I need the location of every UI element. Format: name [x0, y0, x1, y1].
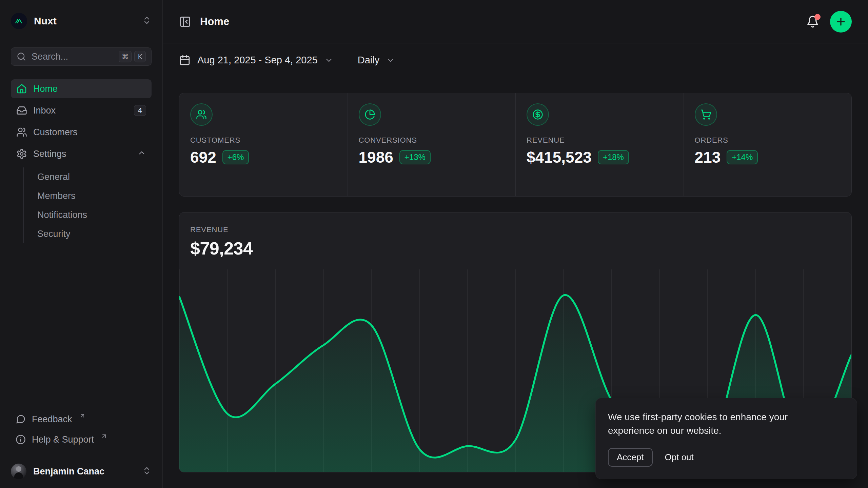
sidebar-item-label: Inbox [33, 105, 56, 116]
search-input[interactable]: Search... ⌘ K [11, 47, 152, 66]
stat-orders: ORDERS 213 +14% [684, 93, 852, 196]
search-placeholder: Search... [32, 52, 68, 62]
granularity-value: Daily [358, 55, 379, 66]
date-range-picker[interactable]: Aug 21, 2025 - Sep 4, 2025 [179, 55, 333, 66]
pie-chart-icon [359, 103, 381, 126]
shopping-cart-icon [695, 103, 717, 126]
add-button[interactable] [830, 11, 852, 33]
workspace-switcher[interactable]: Nuxt [11, 10, 152, 32]
plus-icon [835, 16, 847, 27]
granularity-select[interactable]: Daily [358, 55, 395, 66]
stat-change-badge: +13% [399, 150, 431, 164]
cookie-banner: We use first-party cookies to enhance yo… [595, 398, 857, 479]
stat-change-badge: +6% [222, 150, 249, 164]
footer-link-label: Feedback [32, 414, 72, 425]
stat-value: $415,523 [527, 148, 592, 166]
arrow-up-right-icon [79, 411, 86, 422]
help-support-link[interactable]: Help & Support [11, 429, 152, 450]
avatar [11, 464, 26, 479]
circle-dollar-icon [527, 103, 549, 126]
cookie-message: We use first-party cookies to enhance yo… [608, 410, 800, 438]
message-circle-icon [16, 414, 26, 424]
sidebar-item-security[interactable]: Security [24, 224, 152, 243]
notification-dot [814, 14, 821, 20]
revenue-chart-label: REVENUE [190, 225, 841, 234]
sidebar-item-label: Settings [33, 149, 66, 159]
opt-out-button[interactable]: Opt out [665, 452, 694, 463]
page-title: Home [200, 16, 229, 28]
gear-icon [16, 148, 27, 159]
stat-revenue: REVENUE $415,523 +18% [515, 93, 684, 196]
info-icon [16, 434, 26, 445]
users-icon [190, 103, 213, 126]
arrow-up-right-icon [101, 431, 107, 442]
stat-label: REVENUE [527, 136, 565, 145]
settings-subnav: General Members Notifications Security [23, 167, 152, 243]
sidebar-item-settings[interactable]: Settings [11, 144, 152, 163]
sidebar: Nuxt Search... ⌘ K [0, 0, 163, 488]
calendar-icon [179, 55, 191, 66]
top-bar-actions [806, 11, 852, 33]
stat-label: ORDERS [695, 136, 728, 145]
chevrons-up-down-icon [142, 466, 152, 477]
cookie-actions: Accept Opt out [608, 448, 845, 467]
nuxt-logo-icon [11, 13, 27, 29]
stat-label: CONVERSIONS [359, 136, 417, 145]
stat-customers: CUSTOMERS 692 +6% [179, 93, 348, 196]
stats-row: CUSTOMERS 692 +6% CONVERSIONS 1986 [179, 93, 852, 197]
stat-change-badge: +18% [598, 150, 629, 164]
chevrons-up-down-icon [142, 16, 152, 26]
filters-toolbar: Aug 21, 2025 - Sep 4, 2025 Daily [163, 43, 868, 77]
revenue-chart-header: REVENUE $79,234 [179, 212, 851, 259]
sidebar-item-members[interactable]: Members [24, 186, 152, 205]
sidebar-item-inbox[interactable]: Inbox 4 [11, 101, 152, 120]
sidebar-item-general[interactable]: General [24, 167, 152, 186]
inbox-icon [16, 105, 27, 116]
revenue-chart-total: $79,234 [190, 238, 841, 259]
sidebar-nav: Home Inbox 4 Customers [11, 79, 152, 243]
kbd-k: K [134, 51, 146, 62]
stat-change-badge: +14% [727, 150, 758, 164]
stat-conversions: CONVERSIONS 1986 +13% [348, 93, 516, 196]
footer-link-label: Help & Support [32, 434, 94, 445]
feedback-link[interactable]: Feedback [11, 409, 152, 429]
stat-value: 692 [190, 148, 216, 166]
stat-value: 213 [695, 148, 721, 166]
chevron-down-icon [386, 56, 395, 65]
sidebar-item-label: Home [33, 84, 58, 94]
notifications-button[interactable] [806, 15, 819, 28]
search-shortcut: ⌘ K [119, 51, 146, 62]
search-icon [17, 52, 26, 61]
sidebar-item-home[interactable]: Home [11, 79, 152, 98]
sidebar-footer: Feedback Help & Support [11, 409, 152, 452]
chevron-down-icon [324, 56, 333, 65]
top-bar: Home [163, 0, 868, 43]
user-name: Benjamin Canac [33, 466, 104, 477]
chevron-up-icon [137, 148, 146, 160]
workspace-name: Nuxt [34, 15, 57, 27]
users-icon [16, 127, 27, 138]
stat-value: 1986 [359, 148, 393, 166]
sidebar-item-notifications[interactable]: Notifications [24, 205, 152, 224]
kbd-cmd: ⌘ [119, 51, 132, 62]
sidebar-item-label: Customers [33, 127, 78, 138]
panel-left-close-icon [179, 16, 191, 28]
accept-button[interactable]: Accept [608, 448, 653, 467]
sidebar-item-customers[interactable]: Customers [11, 123, 152, 142]
date-range-value: Aug 21, 2025 - Sep 4, 2025 [197, 55, 318, 66]
inbox-count-badge: 4 [134, 105, 146, 116]
home-icon [16, 83, 27, 94]
stat-label: CUSTOMERS [190, 136, 240, 145]
user-menu[interactable]: Benjamin Canac [0, 456, 162, 488]
sidebar-collapse-button[interactable] [179, 16, 191, 28]
